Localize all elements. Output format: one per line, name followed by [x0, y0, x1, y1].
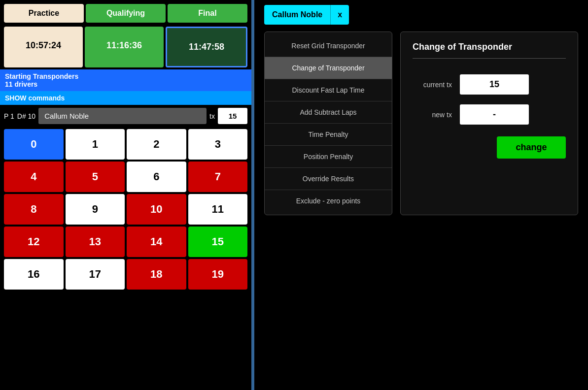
menu-item-7[interactable]: Exclude - zero points [265, 190, 392, 212]
new-tx-label: new tx [413, 111, 452, 119]
left-panel: Practice Qualifying Final 10:57:24 11:16… [0, 0, 251, 390]
tx-label: tx [209, 112, 215, 120]
driver-tab-row: Callum Noble x [264, 5, 578, 25]
numpad-btn-2[interactable]: 2 [127, 129, 186, 160]
menu-item-1[interactable]: Change of Transponder [265, 57, 392, 79]
numpad-btn-8[interactable]: 8 [4, 194, 64, 225]
numpad-btn-1[interactable]: 1 [66, 129, 125, 160]
numpad-btn-16[interactable]: 16 [4, 259, 64, 290]
menu-item-4[interactable]: Time Penalty [265, 124, 392, 146]
tab-final[interactable]: Final [168, 4, 247, 23]
menu-item-6[interactable]: Override Results [265, 168, 392, 190]
drivers-count-label: 11 drivers [5, 80, 246, 88]
menu-item-3[interactable]: Add Subtract Laps [265, 101, 392, 124]
change-button[interactable]: change [497, 136, 566, 159]
numpad-btn-13[interactable]: 13 [66, 227, 125, 257]
menu-item-5[interactable]: Position Penalty [265, 146, 392, 168]
menu-panel: Reset Grid TransponderChange of Transpon… [264, 32, 392, 215]
numpad-btn-9[interactable]: 9 [66, 194, 125, 225]
numpad-btn-6[interactable]: 6 [127, 162, 186, 192]
driver-chip-name: Callum Noble [264, 5, 330, 24]
driver-number-label: D# 10 [17, 112, 35, 120]
time-slot-1[interactable]: 11:16:36 [85, 27, 164, 67]
menu-item-2[interactable]: Discount Fast Lap Time [265, 79, 392, 101]
info-bar: Starting Transponders 11 drivers [0, 69, 251, 91]
driver-chip-divider [330, 5, 331, 25]
numpad: 012345678910111213141516171819 [0, 127, 251, 292]
numpad-btn-14[interactable]: 14 [127, 227, 186, 257]
numpad-btn-4[interactable]: 4 [4, 162, 64, 192]
tab-qualifying[interactable]: Qualifying [86, 4, 166, 23]
numpad-btn-18[interactable]: 18 [127, 259, 186, 290]
numpad-btn-12[interactable]: 12 [4, 227, 64, 257]
tx-value: 15 [218, 108, 247, 124]
time-slot-0[interactable]: 10:57:24 [4, 27, 83, 67]
current-tx-input[interactable] [460, 74, 529, 95]
driver-chip-close-button[interactable]: x [331, 5, 349, 24]
action-title: Change of Transponder [413, 42, 566, 59]
current-tx-row: current tx [413, 74, 566, 95]
driver-name-box: Callum Noble [38, 108, 207, 124]
session-tabs: Practice Qualifying Final [0, 0, 251, 25]
numpad-btn-0[interactable]: 0 [4, 129, 64, 160]
right-panel: Callum Noble x Reset Grid TransponderCha… [254, 0, 588, 390]
starting-transponders-label: Starting Transponders [5, 72, 246, 80]
numpad-btn-15[interactable]: 15 [188, 227, 248, 257]
numpad-btn-5[interactable]: 5 [66, 162, 125, 192]
numpad-btn-7[interactable]: 7 [188, 162, 248, 192]
driver-chip: Callum Noble x [264, 5, 349, 25]
commands-bar[interactable]: SHOW commands [0, 91, 251, 105]
numpad-btn-10[interactable]: 10 [127, 194, 186, 225]
numpad-btn-17[interactable]: 17 [66, 259, 125, 290]
numpad-btn-11[interactable]: 11 [188, 194, 248, 225]
menu-item-0[interactable]: Reset Grid Transponder [265, 35, 392, 57]
action-panel: Change of Transponder current tx new tx … [400, 32, 578, 215]
commands-panels: Reset Grid TransponderChange of Transpon… [264, 32, 578, 215]
position-label: P 1 [4, 112, 14, 120]
time-slots: 10:57:24 11:16:36 11:47:58 [0, 25, 251, 69]
new-tx-row: new tx [413, 104, 566, 125]
new-tx-input[interactable] [460, 104, 529, 125]
driver-row: P 1 D# 10 Callum Noble tx 15 [0, 105, 251, 127]
tab-practice[interactable]: Practice [4, 4, 84, 23]
time-slot-2[interactable]: 11:47:58 [166, 27, 247, 67]
numpad-btn-19[interactable]: 19 [188, 259, 248, 290]
current-tx-label: current tx [413, 81, 452, 89]
numpad-btn-3[interactable]: 3 [188, 129, 248, 160]
